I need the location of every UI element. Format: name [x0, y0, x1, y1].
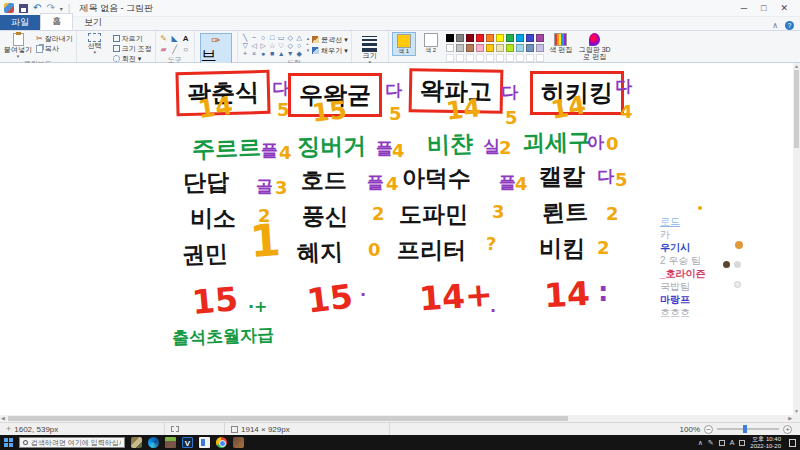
- vertical-scroll-thumb[interactable]: [794, 70, 799, 148]
- taskbar-search-input[interactable]: 검색하려면 여기에 입력하십시: [19, 437, 125, 448]
- color1-button[interactable]: 색 1: [392, 32, 416, 56]
- total-mark: :: [598, 277, 608, 307]
- qat-customize-icon[interactable]: ▾: [60, 5, 63, 12]
- tray-icon[interactable]: [719, 440, 725, 446]
- taskbar-app-sloth-icon[interactable]: [131, 437, 142, 448]
- color2-button[interactable]: 색 2: [419, 32, 443, 54]
- maximize-button[interactable]: □: [761, 3, 766, 13]
- score: 2: [499, 137, 512, 158]
- eraser-tool-icon[interactable]: ▰: [159, 45, 169, 55]
- rotate-button[interactable]: 회전 ▾: [113, 54, 152, 63]
- select-button[interactable]: 선택 ▾: [80, 32, 110, 55]
- taskbar-clock[interactable]: 오후 10:40 2022-10-20: [750, 436, 781, 450]
- emoji-icon: [735, 241, 743, 249]
- tray-chevron-up-icon[interactable]: ∧: [698, 439, 703, 447]
- color1-swatch: [397, 34, 411, 48]
- edit-colors-label: 색 편집: [549, 46, 572, 53]
- tab-view[interactable]: 보기: [73, 15, 113, 30]
- app-icon[interactable]: [199, 437, 210, 448]
- vertical-scrollbar[interactable]: ▲ ▼: [793, 63, 800, 415]
- horizontal-scroll-thumb[interactable]: [8, 416, 568, 421]
- paint3d-icon: [589, 33, 600, 46]
- zoom-slider[interactable]: [717, 428, 779, 430]
- shapes-grid[interactable]: ╲~○□▭◇△ ▽◁▷☆♡◇○ +×●■▲▼◆: [241, 32, 304, 58]
- tray-icon[interactable]: [739, 440, 745, 446]
- paint-dot: [698, 206, 702, 210]
- shapes-scrollbar[interactable]: ▴▪▾: [307, 32, 310, 53]
- chrome-icon[interactable]: [216, 437, 227, 448]
- outline-button[interactable]: 윤곽선 ▾: [312, 35, 348, 44]
- row-name: 프리터: [397, 235, 466, 266]
- text-tool-icon[interactable]: A: [181, 34, 191, 44]
- tag: 다: [615, 75, 632, 98]
- select-label: 선택: [88, 42, 102, 49]
- list-item[interactable]: 마랑프: [660, 293, 750, 306]
- rainbow-icon: [554, 33, 567, 46]
- tab-file[interactable]: 파일: [0, 15, 40, 30]
- row-name: 혜지: [296, 236, 343, 269]
- tag: 플: [376, 137, 393, 160]
- total-mark: ·: [490, 301, 496, 320]
- minimize-button[interactable]: ─: [741, 3, 747, 13]
- close-button[interactable]: ✕: [780, 3, 788, 13]
- horizontal-scrollbar[interactable]: ◀ ▶: [0, 415, 793, 422]
- cut-button[interactable]: ✂잘라내기: [36, 34, 73, 43]
- resize-button[interactable]: 크기 조정: [113, 44, 152, 53]
- cursor-position-value: 1602, 539px: [14, 425, 58, 434]
- edge-browser-icon[interactable]: [148, 437, 159, 448]
- tag: 다: [385, 79, 402, 102]
- score: 4: [279, 142, 292, 163]
- list-item[interactable]: 로드: [660, 215, 750, 228]
- column-total: 15: [190, 279, 239, 322]
- paint3d-label: 그림판 3D로 편집: [577, 46, 613, 60]
- rotate-icon: [113, 55, 120, 62]
- window-title: 제목 없음 - 그림판: [79, 2, 153, 15]
- v-app-icon[interactable]: V: [182, 437, 193, 448]
- zoom-in-button[interactable]: +: [783, 425, 792, 434]
- rotate-label: 회전: [122, 54, 136, 63]
- notification-center-icon[interactable]: [789, 439, 796, 447]
- ime-indicator[interactable]: A: [730, 439, 735, 447]
- color-picker-icon[interactable]: ╱: [170, 45, 180, 55]
- score: 2: [597, 237, 610, 258]
- start-button[interactable]: [4, 438, 13, 447]
- game-app-icon[interactable]: [233, 437, 244, 448]
- tab-home[interactable]: 홈: [40, 13, 73, 30]
- tag: 플: [367, 171, 384, 194]
- tag: 골: [256, 175, 273, 198]
- tag: 다: [501, 81, 518, 104]
- paste-button[interactable]: 붙여넣기 ▾: [3, 32, 33, 59]
- undo-icon[interactable]: ↶: [33, 3, 41, 13]
- magnifier-tool-icon[interactable]: ○: [181, 45, 191, 55]
- taskbar: 검색하려면 여기에 입력하십시 V ∧ ✎ A 오후 10:40 2022-10…: [0, 435, 800, 450]
- fill-bucket-icon[interactable]: ◣: [170, 34, 180, 44]
- redo-icon[interactable]: ↷: [46, 3, 54, 13]
- size-button[interactable]: 크기 ▾: [355, 32, 385, 65]
- help-icon[interactable]: ?: [785, 21, 794, 30]
- fill-button[interactable]: 채우기 ▾: [312, 46, 348, 55]
- pencil-tool-icon[interactable]: ✎: [159, 34, 169, 44]
- edit-colors-button[interactable]: 색 편집: [548, 32, 574, 53]
- copy-button[interactable]: 복사: [36, 44, 73, 53]
- minecraft-icon[interactable]: [165, 437, 176, 448]
- collapse-ribbon-icon[interactable]: ∧: [772, 21, 778, 30]
- tag: 플: [499, 171, 516, 194]
- drawing-canvas[interactable]: 곽춘식 14 다 5 주르르 플 4 단답 골 3 비소 2 권민 1 15 ·…: [0, 63, 793, 415]
- work-area: 곽춘식 14 다 5 주르르 플 4 단답 골 3 비소 2 권민 1 15 ·…: [0, 63, 800, 422]
- paste-label: 붙여넣기: [4, 46, 32, 53]
- tray-pen-icon[interactable]: ✎: [708, 439, 714, 447]
- search-icon: [23, 440, 28, 445]
- crop-button[interactable]: 자르기: [113, 34, 152, 43]
- header-score: 15: [311, 95, 349, 127]
- score: 2: [372, 203, 385, 224]
- paint3d-button[interactable]: 그림판 3D로 편집: [577, 32, 613, 60]
- zoom-out-button[interactable]: −: [704, 425, 713, 434]
- list-item[interactable]: _호라이즌: [660, 267, 750, 280]
- row-name: 뢴트: [541, 196, 588, 229]
- color-palette[interactable]: [446, 32, 545, 63]
- save-icon[interactable]: [19, 4, 28, 13]
- selection-size-icon: [171, 426, 179, 432]
- header-score: 14: [196, 91, 234, 125]
- zoom-slider-thumb[interactable]: [743, 425, 747, 433]
- color2-label: 색 2: [425, 47, 436, 53]
